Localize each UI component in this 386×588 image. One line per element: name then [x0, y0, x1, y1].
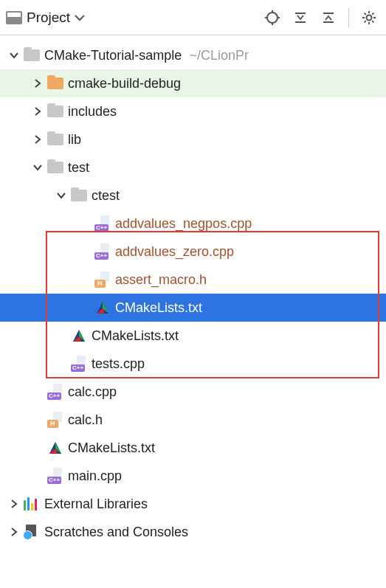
chevron-down-icon — [30, 163, 46, 172]
project-tree: CMake-Tutorial-sample ~/CLionPr cmake-bu… — [0, 35, 386, 552]
tree-item-label: assert_macro.h — [112, 272, 207, 288]
tree-item-label: lib — [65, 132, 81, 148]
tree-item-test[interactable]: test — [0, 153, 386, 181]
tree-item-label: calc.h — [65, 412, 103, 428]
tree-item-label: addvalues_negpos.cpp — [112, 216, 252, 232]
h-file-icon — [46, 412, 65, 428]
cpp-file-icon — [69, 356, 89, 372]
chevron-right-icon — [30, 135, 46, 144]
chevron-down-icon — [6, 51, 22, 60]
tree-item-calc-h[interactable]: calc.h — [0, 406, 386, 434]
tree-item-label: CMakeLists.txt — [112, 300, 202, 316]
folder-icon — [46, 134, 65, 145]
h-file-icon — [93, 271, 112, 288]
tree-item-label: addvalues_zero.cpp — [112, 244, 234, 260]
tree-item-label: CMakeLists.txt — [65, 440, 155, 456]
tree-item-cmake-build-debug[interactable]: cmake-build-debug — [0, 69, 386, 97]
expand-all-icon[interactable] — [289, 7, 311, 29]
cmake-file-icon — [69, 328, 89, 343]
tree-item-label: calc.cpp — [65, 384, 117, 400]
project-panel-icon — [6, 11, 22, 24]
project-toolbar: Project — [0, 0, 386, 35]
tree-item-main-cpp[interactable]: main.cpp — [0, 462, 386, 490]
chevron-right-icon — [30, 107, 46, 116]
svg-line-15 — [372, 21, 373, 22]
tree-item-path: ~/CLionPr — [182, 48, 249, 63]
tree-item-label: ctest — [89, 188, 120, 204]
svg-line-16 — [365, 21, 366, 22]
chevron-right-icon — [30, 79, 46, 88]
folder-icon — [22, 49, 41, 61]
tree-item-cmakelists-ctest[interactable]: CMakeLists.txt — [0, 294, 386, 322]
tree-item-calc-cpp[interactable]: calc.cpp — [0, 378, 386, 406]
svg-line-17 — [372, 13, 373, 14]
settings-gear-icon[interactable] — [358, 7, 380, 29]
collapse-all-icon[interactable] — [317, 7, 340, 29]
tree-item-scratches[interactable]: Scratches and Consoles — [0, 518, 386, 546]
folder-icon — [69, 190, 89, 201]
tree-item-lib[interactable]: lib — [0, 125, 386, 153]
tree-item-cmakelists-root[interactable]: CMakeLists.txt — [0, 434, 386, 462]
libraries-icon — [22, 497, 41, 511]
scratches-icon — [22, 525, 41, 539]
project-view-label: Project — [27, 10, 70, 26]
tree-item-addvalues-zero[interactable]: addvalues_zero.cpp — [0, 238, 386, 266]
tree-item-label: main.cpp — [65, 468, 122, 484]
tree-item-addvalues-negpos[interactable]: addvalues_negpos.cpp — [0, 210, 386, 238]
chevron-right-icon — [6, 528, 22, 536]
tree-item-external-libraries[interactable]: External Libraries — [0, 490, 386, 518]
chevron-right-icon — [6, 499, 22, 508]
tree-item-cmakelists-test[interactable]: CMakeLists.txt — [0, 322, 386, 350]
tree-item-ctest[interactable]: ctest — [0, 181, 386, 210]
tree-item-label: Scratches and Consoles — [41, 525, 188, 540]
tree-item-label: cmake-build-debug — [65, 76, 181, 91]
tree-item-label: CMakeLists.txt — [89, 328, 179, 344]
project-view-selector[interactable]: Project — [6, 10, 85, 26]
svg-line-14 — [365, 13, 366, 14]
tree-item-label: External Libraries — [41, 497, 148, 512]
cpp-file-icon — [93, 243, 112, 260]
chevron-down-icon — [53, 191, 69, 200]
tree-root-cmake-tutorial[interactable]: CMake-Tutorial-sample ~/CLionPr — [0, 41, 386, 69]
tree-item-label: test — [65, 160, 89, 176]
chevron-down-icon — [75, 14, 85, 21]
tree-item-label: includes — [65, 104, 117, 120]
locate-target-icon[interactable] — [261, 7, 283, 29]
tree-item-includes[interactable]: includes — [0, 97, 386, 125]
folder-icon — [46, 106, 65, 117]
tree-item-tests-cpp[interactable]: tests.cpp — [0, 350, 386, 378]
toolbar-separator — [348, 8, 349, 27]
cpp-file-icon — [46, 384, 65, 400]
svg-point-0 — [267, 13, 278, 23]
tree-item-assert-macro[interactable]: assert_macro.h — [0, 266, 386, 294]
svg-point-9 — [367, 15, 372, 20]
cmake-file-icon — [46, 440, 65, 455]
tree-item-label: CMake-Tutorial-sample — [41, 48, 182, 63]
cpp-file-icon — [46, 468, 65, 484]
cmake-file-icon — [93, 300, 112, 315]
cpp-file-icon — [93, 215, 112, 232]
tree-item-label: tests.cpp — [89, 356, 145, 372]
folder-icon — [46, 77, 65, 89]
folder-icon — [46, 162, 65, 173]
